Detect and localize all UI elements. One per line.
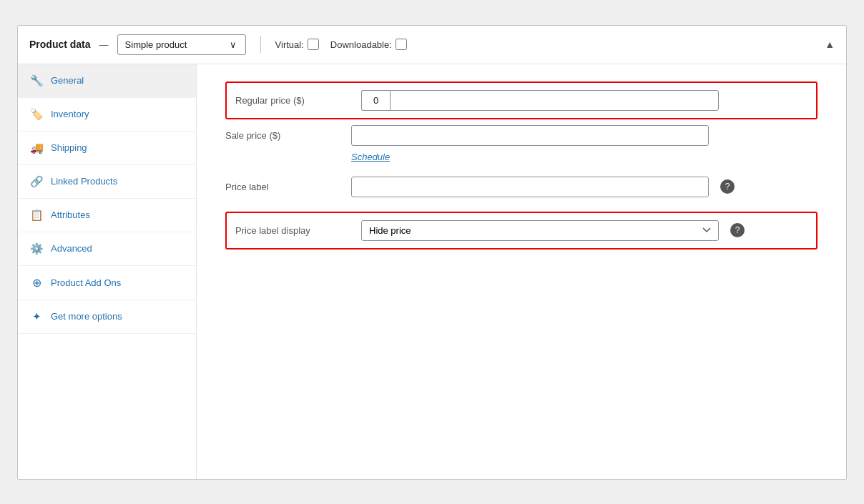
product-type-chevron-icon: ∨ xyxy=(230,39,237,50)
sidebar-label-advanced: Advanced xyxy=(51,243,92,254)
price-label-help-icon[interactable]: ? xyxy=(720,179,735,194)
product-type-select[interactable]: Simple product ∨ xyxy=(117,34,246,55)
link-icon: 🔗 xyxy=(29,175,44,188)
price-label-display-label: Price label display xyxy=(235,225,350,236)
product-data-sidebar: 🔧 General 🏷️ Inventory 🚚 Shipping 🔗 Link… xyxy=(18,64,197,479)
sidebar-label-get-more-options: Get more options xyxy=(51,311,122,322)
regular-price-highlight: Regular price ($) 0 xyxy=(225,81,818,119)
price-label-display-help-icon[interactable]: ? xyxy=(730,223,745,237)
price-label-row: Price label ? xyxy=(225,177,818,197)
product-data-header: Product data — Simple product ∨ Virtual:… xyxy=(18,26,846,64)
sale-price-input[interactable] xyxy=(351,125,709,146)
virtual-label-text: Virtual: xyxy=(275,39,304,50)
plus-circle-icon: ⊕ xyxy=(29,276,44,290)
product-options-group: Virtual: Downloadable: xyxy=(275,39,407,50)
regular-price-input-group: 0 xyxy=(361,90,719,111)
star-icon: ✦ xyxy=(29,310,44,323)
downloadable-label[interactable]: Downloadable: xyxy=(330,39,407,50)
product-data-body: 🔧 General 🏷️ Inventory 🚚 Shipping 🔗 Link… xyxy=(18,64,846,479)
sidebar-label-attributes: Attributes xyxy=(51,209,90,220)
tag-icon: 🏷️ xyxy=(29,108,44,121)
downloadable-checkbox[interactable] xyxy=(396,39,407,50)
sidebar-label-inventory: Inventory xyxy=(51,109,89,119)
product-data-panel: Product data — Simple product ∨ Virtual:… xyxy=(17,25,847,480)
collapse-button[interactable]: ▲ xyxy=(825,39,835,50)
virtual-checkbox[interactable] xyxy=(308,39,319,50)
header-divider xyxy=(260,36,261,53)
sale-price-row: Sale price ($) xyxy=(225,125,818,146)
product-data-title: Product data xyxy=(29,39,91,50)
regular-price-label: Regular price ($) xyxy=(235,95,350,106)
price-label-display-highlight: Price label display Hide price Show pric… xyxy=(225,212,818,249)
sidebar-item-get-more-options[interactable]: ✦ Get more options xyxy=(18,300,196,334)
sale-price-label: Sale price ($) xyxy=(225,130,340,141)
gear-icon: ⚙️ xyxy=(29,242,44,255)
sidebar-label-product-add-ons: Product Add Ons xyxy=(51,277,121,288)
sidebar-label-shipping: Shipping xyxy=(51,142,87,153)
truck-icon: 🚚 xyxy=(29,142,44,154)
product-type-label: Simple product xyxy=(125,39,187,50)
general-tab-content: Regular price ($) 0 Sale price ($) Sched… xyxy=(197,64,846,479)
regular-price-input[interactable] xyxy=(390,90,719,111)
price-label-label: Price label xyxy=(225,182,340,192)
header-dash: — xyxy=(99,39,109,50)
list-icon: 📋 xyxy=(29,209,44,222)
sidebar-item-shipping[interactable]: 🚚 Shipping xyxy=(18,132,196,165)
sidebar-item-inventory[interactable]: 🏷️ Inventory xyxy=(18,98,196,132)
sidebar-label-linked-products: Linked Products xyxy=(51,176,117,187)
price-label-input-group xyxy=(351,177,709,197)
wrench-icon: 🔧 xyxy=(29,74,44,87)
price-label-display-select[interactable]: Hide price Show price Show price range xyxy=(361,220,719,241)
sale-price-input-group xyxy=(351,125,709,146)
regular-price-prefix: 0 xyxy=(361,90,390,111)
sidebar-item-product-add-ons[interactable]: ⊕ Product Add Ons xyxy=(18,266,196,300)
price-label-input[interactable] xyxy=(351,177,709,197)
sidebar-item-linked-products[interactable]: 🔗 Linked Products xyxy=(18,165,196,199)
sidebar-label-general: General xyxy=(51,75,84,86)
price-label-display-select-group: Hide price Show price Show price range xyxy=(361,220,719,241)
downloadable-label-text: Downloadable: xyxy=(330,39,392,50)
schedule-link[interactable]: Schedule xyxy=(351,152,818,162)
sidebar-item-general[interactable]: 🔧 General xyxy=(18,64,196,98)
sidebar-item-advanced[interactable]: ⚙️ Advanced xyxy=(18,232,196,266)
sidebar-item-attributes[interactable]: 📋 Attributes xyxy=(18,199,196,232)
virtual-label[interactable]: Virtual: xyxy=(275,39,319,50)
